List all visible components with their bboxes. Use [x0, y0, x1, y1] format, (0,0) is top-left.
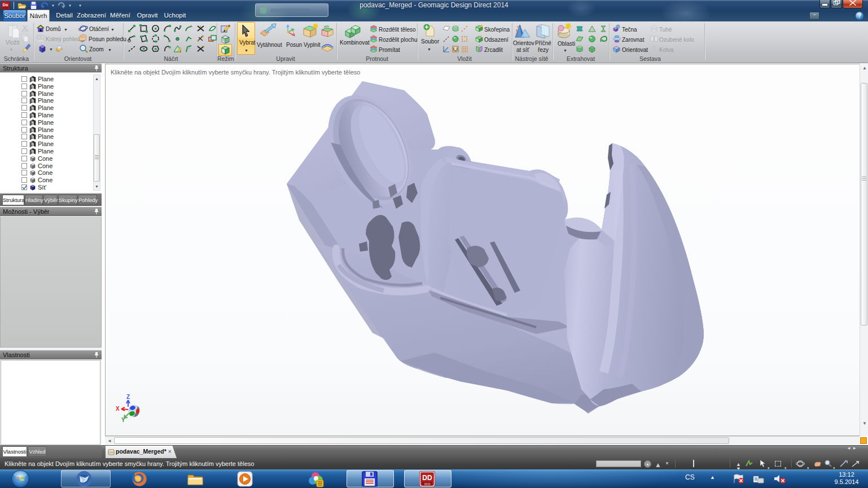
svg-text:DD: DD — [422, 474, 432, 482]
svg-text:Do: Do — [3, 3, 8, 7]
svg-text:X: X — [116, 406, 120, 412]
svg-text:3DS: 3DS — [424, 482, 431, 486]
svg-text:Z: Z — [126, 394, 130, 400]
